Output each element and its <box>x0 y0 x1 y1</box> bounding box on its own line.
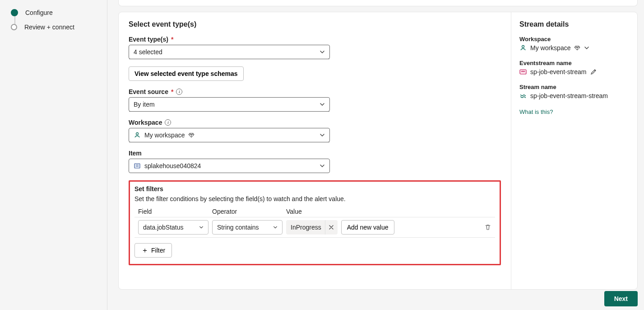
required-icon: * <box>171 88 173 95</box>
details-eventstream-value: sp-job-event-stream <box>530 68 587 75</box>
main-content: Select event type(s) Event type(s) * 4 s… <box>107 0 644 310</box>
diamond-icon <box>188 132 195 138</box>
field-label-event-types: Event type(s) * <box>129 36 501 43</box>
chevron-down-icon <box>320 49 325 55</box>
eventstream-icon <box>519 68 527 75</box>
section-title: Select event type(s) <box>129 20 501 28</box>
required-icon: * <box>171 36 173 43</box>
filter-operator-select[interactable]: String contains <box>212 220 283 235</box>
step-dot-icon <box>11 24 17 30</box>
what-is-this-link[interactable]: What is this? <box>519 108 553 115</box>
chevron-down-icon <box>320 163 325 169</box>
delete-filter-button[interactable] <box>484 224 491 231</box>
stream-details-panel: Stream details Workspace My workspace Ev… <box>511 12 637 289</box>
svg-point-0 <box>136 133 139 135</box>
chevron-down-icon[interactable] <box>584 45 589 51</box>
event-source-select[interactable]: By item <box>129 97 330 112</box>
filters-title: Set filters <box>134 185 495 193</box>
event-types-select[interactable]: 4 selected <box>129 45 330 59</box>
filter-value-chip: InProgress <box>286 220 338 235</box>
filter-field-value: data.jobStatus <box>143 224 184 231</box>
filter-row: data.jobStatus String contains <box>134 217 495 238</box>
details-workspace-row: My workspace <box>519 44 629 52</box>
field-item: Item splakehouse040824 <box>129 150 501 173</box>
person-icon <box>134 132 141 139</box>
field-label-workspace: Workspace i <box>129 119 501 126</box>
details-workspace-value: My workspace <box>530 44 570 52</box>
step-configure[interactable]: Configure <box>11 5 100 20</box>
info-icon[interactable]: i <box>176 89 182 95</box>
select-value: My workspace <box>144 132 185 139</box>
add-filter-label: Filter <box>151 247 165 254</box>
col-field: Field <box>138 208 212 215</box>
svg-rect-1 <box>134 164 140 168</box>
field-event-source: Event source * i By item <box>129 88 501 112</box>
details-stream-row: sp-job-event-stream-stream <box>519 92 629 99</box>
diamond-icon <box>574 45 580 51</box>
field-label-event-source: Event source * i <box>129 88 501 95</box>
workspace-select[interactable]: My workspace <box>129 128 330 142</box>
wizard-stepper: Configure Review + connect <box>11 5 100 34</box>
field-label-item: Item <box>129 150 501 157</box>
add-filter-button[interactable]: ＋ Filter <box>134 243 172 258</box>
details-stream-label: Stream name <box>519 84 629 90</box>
filter-operator-value: String contains <box>217 224 259 231</box>
form-area: Select event type(s) Event type(s) * 4 s… <box>119 12 511 289</box>
filters-section: Set filters Set the filter conditions by… <box>129 180 501 265</box>
details-title: Stream details <box>519 20 629 28</box>
filter-field-select[interactable]: data.jobStatus <box>138 220 208 235</box>
col-value: Value <box>286 208 491 215</box>
view-schemas-button[interactable]: View selected event type schemas <box>129 66 244 81</box>
chevron-down-icon <box>320 132 325 138</box>
next-button[interactable]: Next <box>604 291 638 306</box>
step-review[interactable]: Review + connect <box>11 20 100 34</box>
chevron-down-icon <box>273 225 278 230</box>
details-stream-value: sp-job-event-stream-stream <box>530 92 608 99</box>
chevron-down-icon <box>320 102 325 107</box>
filter-header: Field Operator Value <box>134 208 495 217</box>
details-eventstream-label: Eventstream name <box>519 60 629 66</box>
field-view-schemas: View selected event type schemas <box>129 66 501 81</box>
add-filter-row: ＋ Filter <box>134 243 495 258</box>
step-label: Configure <box>25 9 53 16</box>
field-workspace: Workspace i My workspace <box>129 119 501 142</box>
filter-value-text: InProgress <box>291 224 321 231</box>
col-operator: Operator <box>212 208 286 215</box>
select-value: splakehouse040824 <box>144 162 201 169</box>
add-value-button[interactable]: Add new value <box>341 220 394 235</box>
item-select[interactable]: splakehouse040824 <box>129 159 330 173</box>
config-card: Select event type(s) Event type(s) * 4 s… <box>118 12 638 290</box>
remove-value-button[interactable] <box>325 220 338 235</box>
lakehouse-icon <box>134 162 141 169</box>
select-value: By item <box>134 101 155 108</box>
edit-icon[interactable] <box>590 69 597 75</box>
step-label: Review + connect <box>24 23 74 31</box>
select-value: 4 selected <box>134 48 162 56</box>
person-icon <box>519 44 527 52</box>
card-peek <box>118 0 638 6</box>
svg-point-2 <box>522 46 524 48</box>
app-root: Configure Review + connect Select event … <box>0 0 644 310</box>
details-workspace-label: Workspace <box>519 36 629 42</box>
step-dot-icon <box>11 9 18 16</box>
wizard-sidebar: Configure Review + connect <box>0 0 107 310</box>
wizard-footer: Next <box>604 291 638 306</box>
info-icon[interactable]: i <box>165 119 171 126</box>
field-event-types: Event type(s) * 4 selected <box>129 36 501 59</box>
stream-icon <box>519 92 527 99</box>
details-eventstream-row: sp-job-event-stream <box>519 68 629 75</box>
chevron-down-icon <box>199 225 204 230</box>
filters-description: Set the filter conditions by selecting t… <box>134 195 495 202</box>
plus-icon: ＋ <box>141 247 148 254</box>
